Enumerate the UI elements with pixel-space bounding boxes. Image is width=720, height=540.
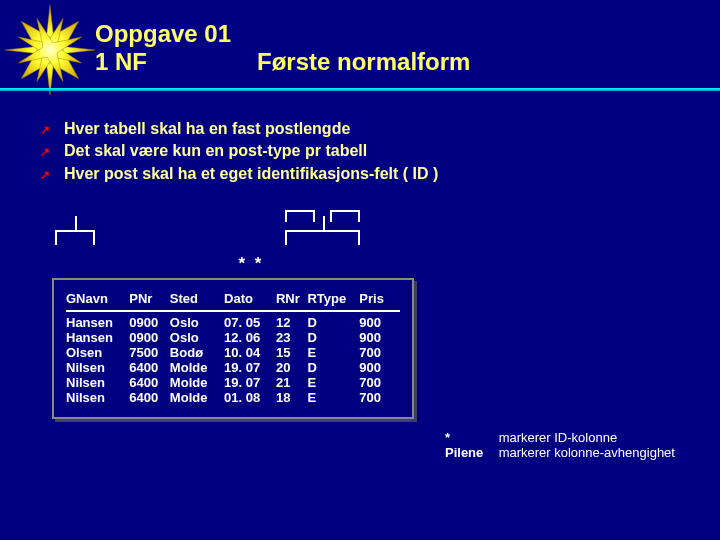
table-cell: 700 — [359, 345, 400, 360]
table-cell: D — [307, 360, 359, 375]
table-cell: E — [307, 375, 359, 390]
table-cell: Hansen — [66, 315, 129, 330]
data-table-box: GNavn PNr Sted Dato RNr RType Pris Hanse… — [52, 278, 414, 419]
table-cell: 6400 — [129, 390, 170, 405]
table-cell: 900 — [359, 360, 400, 375]
table-cell: Nilsen — [66, 390, 129, 405]
table-cell: 21 — [276, 375, 307, 390]
bullet-text: Det skal være kun en post-type pr tabell — [64, 140, 367, 162]
table-cell: Oslo — [170, 315, 224, 330]
footnote-text: markerer ID-kolonne — [499, 430, 618, 445]
table-cell: 6400 — [129, 360, 170, 375]
arrow-icon: ↗ — [40, 122, 54, 139]
title-line2: 1 NFFørste normalform — [95, 48, 720, 76]
table-cell: 15 — [276, 345, 307, 360]
table-cell: D — [307, 330, 359, 345]
bullet-text: Hver tabell skal ha en fast postlengde — [64, 118, 350, 140]
table-cell: 18 — [276, 390, 307, 405]
table-cell: 23 — [276, 330, 307, 345]
table-cell: 7500 — [129, 345, 170, 360]
bullet-item: ↗ Hver tabell skal ha en fast postlengde — [40, 118, 720, 140]
col-header: Pris — [359, 290, 400, 311]
table-cell: Nilsen — [66, 360, 129, 375]
table-cell: 0900 — [129, 330, 170, 345]
col-header: Dato — [224, 290, 276, 311]
footnote-text: markerer kolonne-avhengighet — [499, 445, 675, 460]
footnote-key: Pilene — [445, 445, 495, 460]
col-header: RType — [307, 290, 359, 311]
bullet-item: ↗ Hver post skal ha et eget identifikasj… — [40, 163, 720, 185]
table-cell: 07. 05 — [224, 315, 276, 330]
table-cell: Bodø — [170, 345, 224, 360]
header-underline — [0, 88, 720, 91]
table-cell: 19. 07 — [224, 375, 276, 390]
table-cell: 12. 06 — [224, 330, 276, 345]
table-cell: Molde — [170, 390, 224, 405]
footnote-line: * markerer ID-kolonne — [445, 430, 675, 445]
table-cell: 12 — [276, 315, 307, 330]
table-cell: 700 — [359, 375, 400, 390]
table-cell: 10. 04 — [224, 345, 276, 360]
table-cell: Molde — [170, 360, 224, 375]
asterisk-2: * — [255, 254, 303, 274]
title-normalform: Første normalform — [257, 48, 470, 75]
data-table: GNavn PNr Sted Dato RNr RType Pris Hanse… — [66, 290, 400, 405]
col-header: GNavn — [66, 290, 129, 311]
table-cell: 6400 — [129, 375, 170, 390]
bullet-text: Hver post skal ha et eget identifikasjon… — [64, 163, 438, 185]
col-header: PNr — [129, 290, 170, 311]
bullet-item: ↗ Det skal være kun en post-type pr tabe… — [40, 140, 720, 162]
id-markers: * * — [55, 254, 720, 274]
slide-header: Oppgave 01 1 NFFørste normalform — [0, 0, 720, 100]
table-body: Hansen0900Oslo07. 0512D900Hansen0900Oslo… — [66, 315, 400, 405]
table-row: Nilsen6400Molde19. 0720D900 — [66, 360, 400, 375]
table-cell: Olsen — [66, 345, 129, 360]
table-cell: 20 — [276, 360, 307, 375]
asterisk-1: * — [55, 254, 250, 274]
footnote-key: * — [445, 430, 495, 445]
footnote: * markerer ID-kolonne Pilene markerer ko… — [445, 430, 675, 460]
star-icon — [5, 5, 95, 95]
col-header: Sted — [170, 290, 224, 311]
title-1nf: 1 NF — [95, 48, 147, 75]
table-row: Hansen0900Oslo12. 0623D900 — [66, 330, 400, 345]
table-cell: 19. 07 — [224, 360, 276, 375]
table-header-row: GNavn PNr Sted Dato RNr RType Pris — [66, 290, 400, 311]
table-row: Nilsen6400Molde01. 0818E700 — [66, 390, 400, 405]
bullet-list: ↗ Hver tabell skal ha en fast postlengde… — [0, 100, 720, 185]
table-cell: 900 — [359, 315, 400, 330]
table-cell: Oslo — [170, 330, 224, 345]
table-row: Hansen0900Oslo07. 0512D900 — [66, 315, 400, 330]
col-header: RNr — [276, 290, 307, 311]
footnote-line: Pilene markerer kolonne-avhengighet — [445, 445, 675, 460]
arrow-icon: ↗ — [40, 144, 54, 161]
table-cell: 700 — [359, 390, 400, 405]
title-line1: Oppgave 01 — [95, 20, 720, 48]
table-cell: Molde — [170, 375, 224, 390]
table-row: Olsen7500Bodø10. 0415E700 — [66, 345, 400, 360]
table-cell: 900 — [359, 330, 400, 345]
table-cell: 0900 — [129, 315, 170, 330]
table-cell: Nilsen — [66, 375, 129, 390]
table-cell: 01. 08 — [224, 390, 276, 405]
table-cell: E — [307, 390, 359, 405]
arrow-icon: ↗ — [40, 167, 54, 184]
table-cell: D — [307, 315, 359, 330]
dependency-arrows — [55, 210, 405, 250]
table-row: Nilsen6400Molde19. 0721E700 — [66, 375, 400, 390]
table-cell: Hansen — [66, 330, 129, 345]
table-cell: E — [307, 345, 359, 360]
